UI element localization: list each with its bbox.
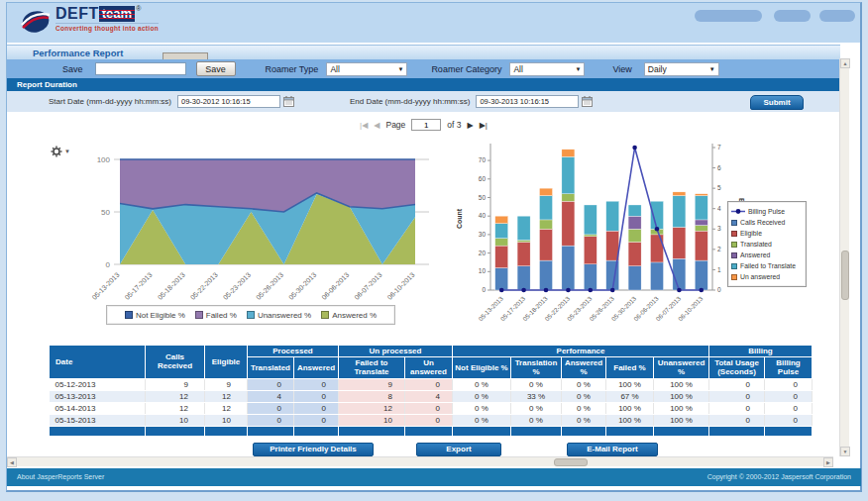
legend-swatch: [247, 311, 255, 319]
first-page-icon[interactable]: |◀: [360, 121, 368, 130]
vertical-scrollbar[interactable]: ▲ ▼: [839, 58, 849, 456]
table-row: 05-12-20139900900 %0 %0 %100 %100 %00: [50, 378, 813, 390]
svg-text:50: 50: [479, 194, 487, 201]
legend-label: Unanswered %: [258, 311, 311, 320]
horizontal-scroll-thumb[interactable]: [554, 458, 588, 466]
footer-about-link[interactable]: About JasperReports Server: [17, 468, 104, 486]
table-cell: 0: [294, 390, 339, 402]
last-page-icon[interactable]: ▶|: [480, 121, 488, 130]
table-cell: 0 %: [453, 378, 511, 390]
save-name-input[interactable]: [95, 62, 186, 75]
table-cell: 100 %: [654, 414, 709, 426]
calendar-icon[interactable]: [582, 96, 593, 107]
svg-text:05-17-2013: 05-17-2013: [124, 271, 154, 301]
brand-band: DEFT team ® Converting thought into acti…: [7, 3, 860, 43]
start-date-input[interactable]: [177, 95, 280, 108]
prev-page-icon[interactable]: ◀: [374, 121, 380, 130]
legend-label: Un answered: [740, 273, 780, 280]
group-header-unprocessed: Un processed: [339, 346, 453, 357]
table-cell: 10: [146, 414, 205, 426]
table-cell: 9: [146, 378, 205, 390]
svg-text:7: 7: [717, 144, 721, 150]
col-header-date: Date: [50, 346, 146, 379]
col-header-unanswered-pct: Unanswered %: [654, 357, 709, 378]
table-cell: 12: [146, 390, 205, 402]
group-header-processed: Processed: [248, 346, 339, 357]
page-number-input[interactable]: [411, 119, 441, 131]
view-select[interactable]: Daily ▼: [644, 62, 719, 76]
table-cell: 0: [765, 378, 813, 390]
submit-button[interactable]: Submit: [750, 95, 804, 110]
legend-item: Failed %: [195, 311, 237, 320]
export-button[interactable]: Export: [416, 443, 501, 456]
chevron-down-icon: ▼: [709, 66, 715, 72]
svg-text:5: 5: [717, 184, 721, 191]
logo-team-text: team: [99, 6, 135, 22]
vertical-scroll-thumb[interactable]: [841, 250, 849, 300]
table-cell: 12: [339, 402, 405, 414]
legend-item: Answered %: [321, 311, 377, 320]
svg-text:06-10-2013: 06-10-2013: [385, 271, 415, 301]
col-header-total-usage: Total Usage (Seconds): [709, 357, 765, 378]
legend-label: Translated: [740, 241, 772, 248]
col-header-not-eligible-pct: Not Eligible %: [453, 357, 511, 378]
save-button[interactable]: Save: [196, 61, 236, 76]
col-header-failed-pct: Failed %: [606, 357, 654, 378]
report-duration-header: Report Duration: [7, 78, 840, 91]
legend-swatch: [731, 252, 737, 258]
table-cell: 0: [709, 402, 765, 414]
scroll-left-icon[interactable]: ◀: [7, 457, 17, 467]
chevron-down-icon: ▼: [397, 66, 403, 72]
printer-friendly-button[interactable]: Printer Friendly Details: [253, 443, 374, 456]
col-header-eligible: Eligible: [205, 346, 248, 379]
nav-pill[interactable]: [819, 10, 855, 22]
legend-item: Not Eligible %: [125, 311, 185, 320]
col-header-failed-to-translate: Failed to Translate: [339, 357, 405, 378]
horizontal-scrollbar[interactable]: ◀ ▶: [7, 456, 833, 466]
calendar-icon[interactable]: [283, 96, 294, 107]
svg-text:05-18-2013: 05-18-2013: [157, 271, 186, 301]
legend-swatch: [125, 311, 133, 319]
table-cell: 10: [205, 414, 248, 426]
legend-label: Failed %: [206, 311, 237, 320]
legend-line-marker: [731, 208, 745, 215]
svg-text:100: 100: [97, 155, 111, 164]
table-cell: 0: [405, 402, 453, 414]
scroll-right-icon[interactable]: ▶: [823, 457, 833, 467]
col-header-answered-pct: Answered %: [562, 357, 606, 378]
email-report-button[interactable]: E-Mail Report: [567, 443, 658, 456]
roamer-type-select[interactable]: All ▼: [326, 62, 407, 76]
legend-label: Eligible: [740, 230, 762, 237]
table-cell: 0: [405, 414, 453, 426]
table-cell: 05-12-2013: [50, 378, 146, 390]
table-cell: 05-14-2013: [50, 402, 146, 414]
svg-text:10: 10: [479, 267, 487, 274]
svg-text:05-23-2013: 05-23-2013: [222, 271, 252, 301]
nav-pill[interactable]: [774, 10, 811, 22]
next-page-icon[interactable]: ▶: [468, 121, 474, 130]
legend-label: Billing Pulse: [748, 208, 785, 215]
group-header-performance: Performance: [453, 346, 709, 357]
legend-item: Un answered: [731, 271, 803, 282]
col-header-billing-pulse: Billing Pulse: [765, 357, 813, 378]
table-cell: 10: [339, 414, 405, 426]
table-cell: 67 %: [606, 390, 654, 402]
area-chart-legend: Not Eligible %Failed %Unanswered %Answer…: [106, 305, 395, 325]
table-cell: 100 %: [654, 390, 709, 402]
table-cell: 0: [248, 414, 294, 426]
table-cell: 0: [709, 390, 765, 402]
svg-text:05-30-2013: 05-30-2013: [287, 271, 317, 301]
svg-text:1: 1: [717, 266, 721, 273]
col-header-un-answered: Un answered: [405, 357, 453, 378]
page-label: Page: [385, 120, 405, 130]
scroll-up-icon[interactable]: ▲: [840, 58, 850, 68]
app-footer: About JasperReports Server Copyright © 2…: [7, 468, 861, 486]
table-cell: 8: [339, 390, 405, 402]
legend-label: Calls Received: [740, 219, 785, 226]
roamer-category-select[interactable]: All ▼: [509, 62, 585, 76]
end-date-input[interactable]: [476, 95, 579, 108]
scroll-down-icon[interactable]: ▼: [840, 447, 850, 456]
nav-pill[interactable]: [695, 10, 762, 22]
table-cell: 0 %: [453, 414, 511, 426]
svg-text:06-06-2013: 06-06-2013: [320, 271, 350, 301]
